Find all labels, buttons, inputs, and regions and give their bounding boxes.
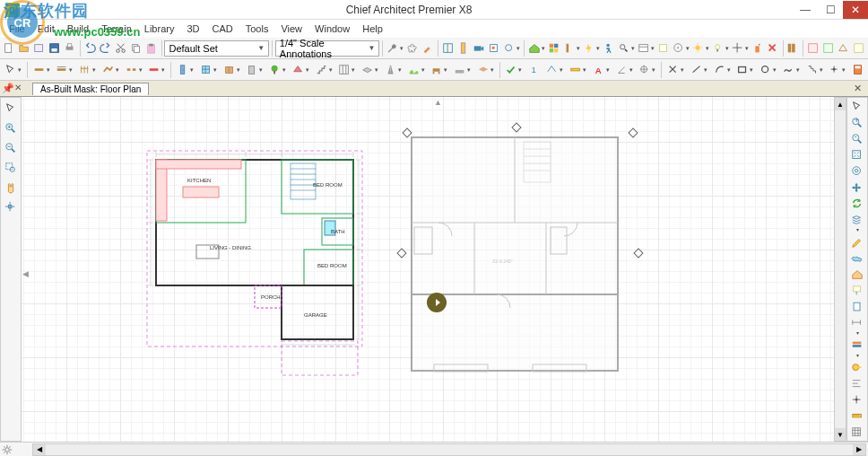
crosshair-cursor-icon[interactable]: [2, 198, 20, 216]
road-icon[interactable]: [382, 61, 404, 79]
line-tool-icon[interactable]: [688, 61, 710, 79]
r-zoom-out-icon[interactable]: -: [848, 132, 866, 146]
camera-view-icon[interactable]: [472, 39, 486, 57]
delete-surface-icon[interactable]: [766, 39, 780, 57]
select-arrow-icon[interactable]: [2, 61, 24, 79]
layout-icon[interactable]: [441, 39, 456, 57]
redo-icon[interactable]: [99, 39, 113, 57]
wall-break-icon[interactable]: [123, 61, 145, 79]
truss-icon[interactable]: [837, 39, 851, 57]
fence-icon[interactable]: [76, 61, 99, 79]
menu-library[interactable]: Library: [139, 22, 180, 36]
save-icon[interactable]: [48, 39, 62, 57]
r-note-pin-icon[interactable]: [848, 284, 866, 298]
cabinet-icon[interactable]: [221, 61, 243, 79]
floorplan-right[interactable]: 31'-6 245": [407, 133, 631, 413]
menu-terrain[interactable]: Terrain: [96, 22, 137, 36]
r-fit-icon[interactable]: [848, 148, 866, 162]
scroll-right-button[interactable]: ▶: [853, 444, 865, 455]
menu-cad[interactable]: CAD: [206, 22, 238, 36]
r-dim-icon[interactable]: [848, 316, 866, 337]
lightbulb-icon[interactable]: [711, 39, 730, 57]
menu-3d[interactable]: 3D: [181, 22, 204, 36]
cut-icon[interactable]: [114, 39, 128, 57]
r-house-icon[interactable]: [848, 267, 866, 282]
note-icon[interactable]: [656, 39, 671, 57]
scroll-down-button[interactable]: ▼: [835, 428, 846, 441]
roof-icon[interactable]: [290, 61, 312, 79]
furniture-icon[interactable]: [428, 61, 450, 79]
slab-icon[interactable]: [359, 61, 381, 79]
schedule-icon[interactable]: [637, 39, 655, 57]
wrench-settings-icon[interactable]: [386, 39, 404, 57]
calculator-icon[interactable]: [849, 61, 866, 79]
match-properties-icon[interactable]: [421, 39, 435, 57]
spline-tool-icon[interactable]: [780, 61, 803, 79]
zoom-in-icon[interactable]: [2, 119, 20, 137]
wall-tool-icon[interactable]: [30, 61, 53, 79]
sun-lighting-icon[interactable]: [691, 39, 710, 57]
close-panel-icon[interactable]: ✕: [854, 83, 866, 94]
electrical-icon[interactable]: [582, 39, 601, 57]
level-number-icon[interactable]: 1: [525, 61, 542, 79]
object-snap-icon[interactable]: [672, 39, 690, 57]
walkthrough-icon[interactable]: [602, 39, 616, 57]
r-tape-icon[interactable]: [848, 361, 866, 375]
rectangle-tool-icon[interactable]: [733, 61, 756, 79]
terrain-icon[interactable]: [405, 61, 428, 79]
arc-tool-icon[interactable]: [711, 61, 733, 79]
menu-tools[interactable]: Tools: [240, 22, 274, 36]
scroll-left-button[interactable]: ◀: [33, 444, 46, 455]
auto-dim-icon[interactable]: [543, 61, 566, 79]
close-button[interactable]: ✕: [843, 1, 868, 19]
annotation-scale-dropdown[interactable]: 1/4" Scale Annotations▼: [275, 40, 380, 57]
menu-window[interactable]: Window: [309, 22, 355, 36]
spray-paint-icon[interactable]: [751, 39, 765, 57]
r-pan-icon[interactable]: [848, 180, 866, 195]
undo-icon[interactable]: [83, 39, 98, 57]
door-icon[interactable]: [174, 61, 196, 79]
r-ruler-icon[interactable]: [848, 409, 866, 424]
find-icon[interactable]: [617, 39, 636, 57]
pan-hand-icon[interactable]: [2, 179, 20, 197]
scroll-up-button[interactable]: ▲: [835, 98, 846, 110]
ref-display-icon[interactable]: [852, 39, 866, 57]
pan-left-arrow[interactable]: ◀: [22, 269, 29, 278]
maximize-button[interactable]: ☐: [818, 1, 843, 19]
revision-tool-icon[interactable]: [803, 61, 826, 79]
window-tool-icon[interactable]: [197, 61, 220, 79]
tape-measure-icon[interactable]: [567, 61, 589, 79]
r-layers-icon[interactable]: [848, 213, 866, 233]
marker-icon[interactable]: [636, 61, 658, 79]
revision-cloud-icon[interactable]: [405, 39, 420, 57]
minimize-button[interactable]: —: [793, 1, 818, 19]
delete-wall-icon[interactable]: [145, 61, 168, 79]
document-tab[interactable]: As-Built Mask: Floor Plan: [32, 83, 149, 95]
r-target-icon[interactable]: [848, 164, 866, 179]
library-browser-icon[interactable]: [786, 39, 800, 57]
r-select-icon[interactable]: [848, 100, 866, 114]
framing-icon[interactable]: [821, 39, 836, 57]
settings-gear-icon[interactable]: [0, 443, 14, 457]
paste-icon[interactable]: [144, 39, 159, 57]
r-cloud-icon[interactable]: [848, 251, 866, 266]
stairs-icon[interactable]: [313, 61, 335, 79]
circle-tool-icon[interactable]: [757, 61, 779, 79]
polyline-wall-icon[interactable]: [100, 61, 122, 79]
print-icon[interactable]: [63, 39, 77, 57]
angle-dim-icon[interactable]: [613, 61, 636, 79]
close-tab-icon[interactable]: ✕: [14, 83, 27, 95]
r-refresh-icon[interactable]: [848, 197, 866, 211]
vertical-scrollbar[interactable]: ▲ ▼: [834, 97, 846, 442]
x-marker-icon[interactable]: [664, 61, 687, 79]
template-icon[interactable]: [32, 39, 47, 57]
appliance-icon[interactable]: [243, 61, 265, 79]
point-marker-icon[interactable]: [826, 61, 848, 79]
house-icon[interactable]: [527, 39, 546, 57]
check-mark-icon[interactable]: [503, 61, 525, 79]
zoom-window-icon[interactable]: [2, 159, 20, 177]
r-markup-icon[interactable]: [848, 235, 866, 250]
ruler-vert-icon[interactable]: [456, 39, 471, 57]
r-zoom-in-icon[interactable]: +: [848, 116, 866, 130]
grid-ceiling-icon[interactable]: [335, 61, 358, 79]
